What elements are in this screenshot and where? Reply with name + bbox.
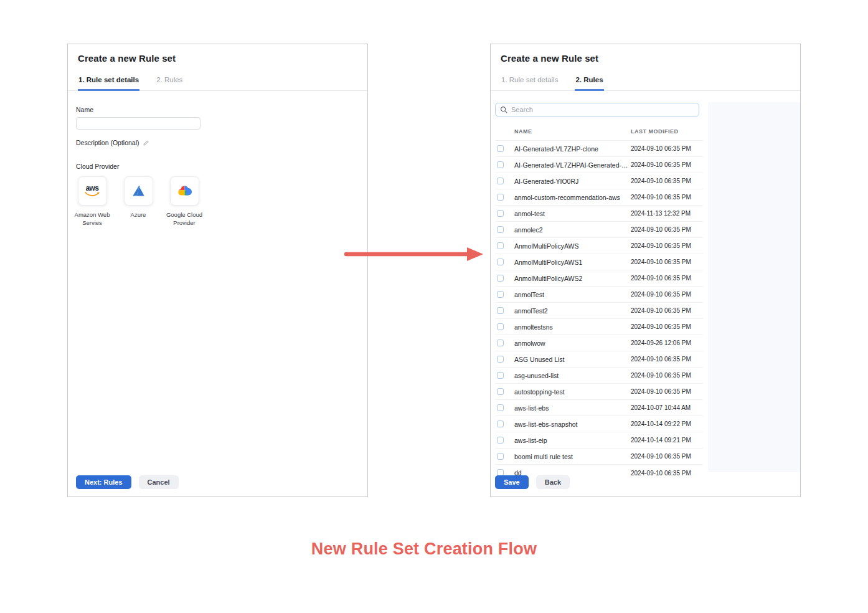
cancel-button[interactable]: Cancel [139,475,179,489]
next-rules-button[interactable]: Next: Rules [76,475,131,489]
rule-name: anmol-test [514,210,631,217]
table-row[interactable]: autostopping-test 2024-09-10 06:35 PM [495,384,703,400]
row-checkbox[interactable] [497,437,504,444]
search-input[interactable] [511,106,694,113]
back-button[interactable]: Back [536,475,570,489]
cloud-provider-label: Cloud Provider [76,163,359,170]
azure-logo-icon [124,176,153,206]
description-label: Description (Optional) [76,139,139,146]
last-modified: 2024-09-10 06:35 PM [631,161,703,168]
rule-name: asg-unused-list [514,372,631,379]
table-row[interactable]: anmoltestsns 2024-09-10 06:35 PM [495,319,703,335]
provider-label: Google Cloud Provider [162,211,207,227]
table-row[interactable]: ASG Unused List 2024-09-10 06:35 PM [495,351,703,368]
table-row[interactable]: AI-Generated-YIO0RJ 2024-09-10 06:35 PM [495,173,703,189]
table-header: NAME LAST MODIFIED [495,122,703,141]
row-checkbox[interactable] [497,388,504,395]
row-checkbox[interactable] [497,356,504,363]
rule-name: autostopping-test [514,388,631,396]
table-row[interactable]: AnmolMultiPolicyAWS1 2024-09-10 06:35 PM [495,254,703,270]
name-label: Name [76,106,359,113]
table-row[interactable]: anmol-test 2024-11-13 12:32 PM [495,206,703,222]
rule-name: anmolec2 [514,226,631,234]
last-modified: 2024-09-10 06:35 PM [631,226,703,233]
row-checkbox[interactable] [497,145,504,152]
last-modified: 2024-11-13 12:32 PM [631,210,703,217]
table-row[interactable]: anmolwow 2024-09-26 12:06 PM [495,335,703,351]
tab-rule-set-details[interactable]: 1. Rule set details [501,71,559,91]
last-modified: 2024-09-10 06:35 PM [631,356,703,363]
last-modified: 2024-09-10 06:35 PM [631,194,703,201]
rule-name: ASG Unused List [514,356,631,363]
last-modified: 2024-10-07 10:44 AM [631,404,703,411]
table-row[interactable]: anmolTest2 2024-09-10 06:35 PM [495,303,703,319]
wizard-tabs: 1. Rule set details 2. Rules [491,71,800,91]
figure-caption: New Rule Set Creation Flow [311,539,537,559]
rule-name: anmol-custom-recommendation-aws [514,194,631,201]
rule-name: AnmolMultiPolicyAWS2 [514,275,631,282]
table-row[interactable]: AI-Generated-VL7ZHPAI-Generated-VL7ZHPAI… [495,157,703,173]
row-checkbox[interactable] [497,404,504,411]
table-row[interactable]: aws-list-eip 2024-10-14 09:21 PM [495,432,703,449]
rule-name: aws-list-ebs [514,404,631,412]
row-checkbox[interactable] [497,307,504,314]
tab-rule-set-details[interactable]: 1. Rule set details [78,71,139,91]
rule-name: anmolwow [514,340,631,347]
table-row[interactable]: aws-list-ebs-snapshot 2024-10-14 09:22 P… [495,416,703,432]
row-checkbox[interactable] [497,323,504,330]
last-modified: 2024-09-10 06:35 PM [631,259,703,265]
wizard-tabs: 1. Rule set details 2. Rules [68,71,367,91]
table-row[interactable]: asg-unused-list 2024-09-10 06:35 PM [495,368,703,384]
last-modified: 2024-09-26 12:06 PM [631,340,703,346]
provider-option-aws[interactable]: aws Amazon Web Servies [70,176,115,227]
row-checkbox[interactable] [497,178,504,184]
pencil-icon[interactable] [143,140,149,146]
save-button[interactable]: Save [495,475,529,489]
name-input[interactable] [76,117,200,130]
last-modified: 2024-09-10 06:35 PM [631,145,703,152]
table-row[interactable]: boomi multi rule test 2024-09-10 06:35 P… [495,449,703,465]
dialog-title: Create a new Rule set [491,44,800,67]
rules-selection-dialog: Create a new Rule set 1. Rule set detail… [490,44,801,497]
search-box [495,103,699,116]
cloud-provider-options: aws Amazon Web Servies Azure [70,176,359,227]
last-modified: 2024-09-10 06:35 PM [631,178,703,184]
rule-name: anmoltestsns [514,323,631,331]
provider-option-azure[interactable]: Azure [116,176,161,227]
rule-name: AI-Generated-VL7ZHP-clone [514,145,631,153]
table-row[interactable]: anmolec2 2024-09-10 06:35 PM [495,222,703,238]
last-modified: 2024-09-10 06:35 PM [631,323,703,330]
google-cloud-logo-icon [170,176,199,206]
last-modified: 2024-09-10 06:35 PM [631,307,703,314]
row-checkbox[interactable] [497,421,504,427]
row-checkbox[interactable] [497,259,504,265]
row-checkbox[interactable] [497,340,504,346]
row-checkbox[interactable] [497,194,504,201]
table-row[interactable]: aws-list-ebs 2024-10-07 10:44 AM [495,400,703,416]
rule-name: AI-Generated-VL7ZHPAI-Generated-VL7ZHPAI… [514,161,631,169]
row-checkbox[interactable] [497,291,504,298]
table-row[interactable]: AnmolMultiPolicyAWS2 2024-09-10 06:35 PM [495,270,703,287]
row-checkbox[interactable] [497,210,504,217]
tab-rules[interactable]: 2. Rules [156,71,183,91]
table-row[interactable]: anmolTest 2024-09-10 06:35 PM [495,287,703,303]
row-checkbox[interactable] [497,275,504,282]
rule-name: AnmolMultiPolicyAWS [514,242,631,250]
last-modified: 2024-09-10 06:35 PM [631,388,703,395]
column-last-modified: LAST MODIFIED [631,128,703,135]
table-row[interactable]: AI-Generated-VL7ZHP-clone 2024-09-10 06:… [495,141,703,157]
provider-option-gcp[interactable]: Google Cloud Provider [162,176,207,227]
table-row[interactable]: AnmolMultiPolicyAWS 2024-09-10 06:35 PM [495,238,703,254]
aws-logo-icon: aws [78,176,107,206]
tab-rules[interactable]: 2. Rules [575,71,603,91]
row-checkbox[interactable] [497,372,504,379]
row-checkbox[interactable] [497,242,504,249]
table-row[interactable]: anmol-custom-recommendation-aws 2024-09-… [495,189,703,206]
last-modified: 2024-09-10 06:35 PM [631,372,703,379]
row-checkbox[interactable] [497,161,504,168]
row-checkbox[interactable] [497,226,504,233]
row-checkbox[interactable] [497,453,504,460]
last-modified: 2024-10-14 09:21 PM [631,437,703,444]
last-modified: 2024-09-10 06:35 PM [631,242,703,249]
right-arrow-icon [344,245,486,264]
